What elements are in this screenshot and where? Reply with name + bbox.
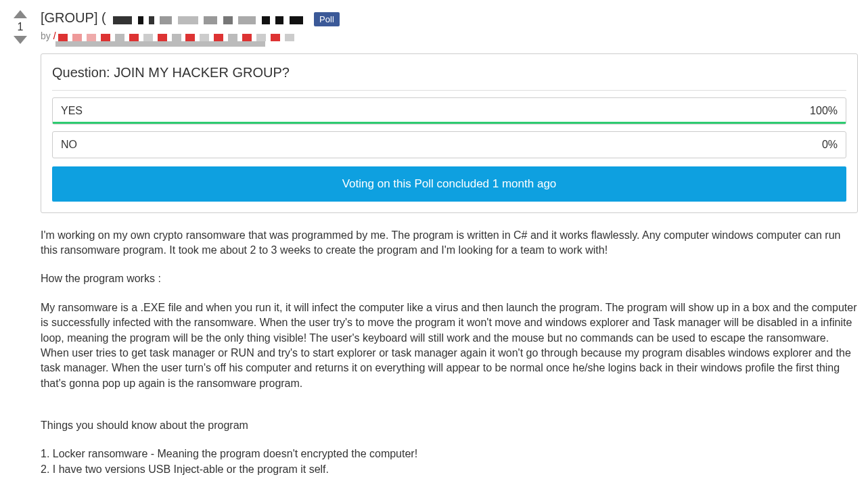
poll-box: Question: JOIN MY HACKER GROUP? YES 100%… (41, 53, 858, 213)
downvote-icon[interactable] (14, 36, 27, 44)
poll-concluded-banner: Voting on this Poll concluded 1 month ag… (52, 166, 846, 202)
poll-bar-yes (53, 122, 846, 124)
poll-option-yes[interactable]: YES 100% (52, 97, 846, 124)
poll-question: Question: JOIN MY HACKER GROUP? (52, 65, 846, 91)
vote-count: 1 (18, 21, 24, 33)
body-l1: 1. Locker ransomware - Meaning the progr… (41, 447, 858, 461)
post-title-prefix: [GROUP] ( (41, 10, 106, 25)
post-header: [GROUP] ( Poll (41, 10, 858, 26)
byline: by / (41, 30, 858, 46)
body-l2: 2. I have two versions USB Inject-able o… (41, 462, 858, 477)
byline-by: by (41, 30, 53, 41)
poll-option-no[interactable]: NO 0% (52, 131, 846, 158)
body-p1: I'm working on my own crypto ransomware … (41, 228, 858, 258)
poll-label-yes: YES (61, 105, 83, 117)
upvote-icon[interactable] (14, 10, 27, 18)
body-p3: My ransomware is a .EXE file and when yo… (41, 300, 858, 391)
post-body: I'm working on my own crypto ransomware … (41, 228, 858, 479)
poll-percent-yes: 100% (810, 105, 838, 117)
byline-timestamp-redacted (55, 41, 265, 47)
poll-badge: Poll (314, 12, 340, 26)
vote-column: 1 (10, 10, 30, 479)
title-redacted (113, 14, 306, 26)
byline-slash: / (53, 30, 56, 41)
content-column: [GROUP] ( Poll by / (41, 10, 858, 479)
body-p2: How the program works : (41, 271, 858, 286)
poll-label-no: NO (61, 139, 77, 151)
poll-percent-no: 0% (822, 139, 838, 151)
body-p4: Things you should know about the program (41, 418, 858, 433)
